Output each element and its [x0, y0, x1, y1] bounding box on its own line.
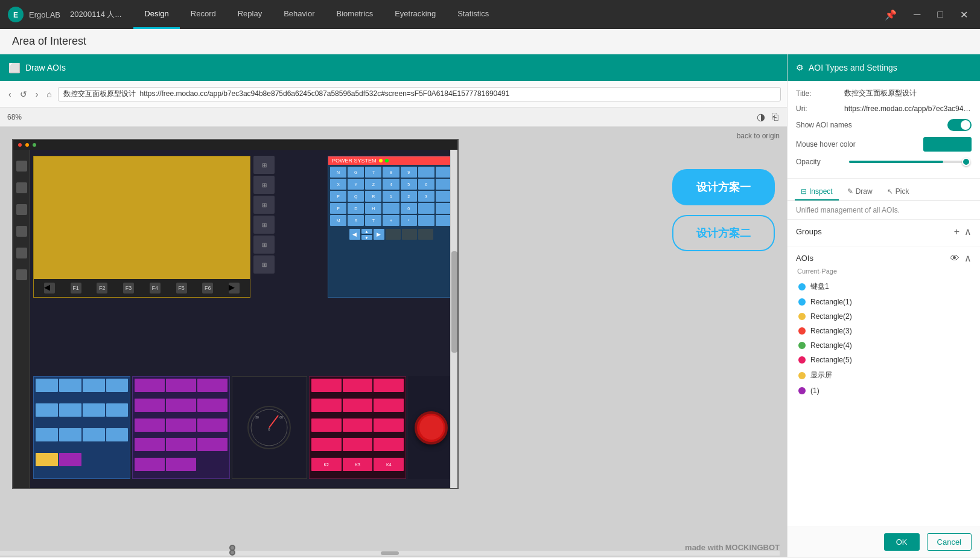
app-name: ErgoLAB [29, 10, 60, 19]
aois-header: AOIs 👁 ∧ [796, 252, 972, 264]
page-header: Area of Interest [0, 29, 980, 54]
settings-section: Title: 数控交互面板原型设计 Uri: https://free.moda… [788, 81, 980, 179]
forward-button[interactable]: › [33, 88, 41, 100]
list-item[interactable]: Rectangle(4) [796, 338, 972, 353]
tab-inspect-label: Inspect [809, 187, 833, 196]
design-btn-2[interactable]: 设计方案二 [672, 215, 775, 251]
bottom-keypads: 0 30 60 [33, 376, 454, 479]
tab-biometrics[interactable]: Biometrics [326, 0, 384, 29]
minimize-button[interactable]: ─ [909, 7, 925, 22]
sidebar-icon-2 [16, 182, 27, 193]
tab-pick-label: Pick [896, 187, 909, 196]
list-item[interactable]: 键盘1 [796, 278, 972, 295]
cancel-button[interactable]: Cancel [927, 533, 972, 551]
aoi-name: Rectangle(1) [810, 298, 969, 306]
contrast-icon[interactable]: ◑ [756, 110, 766, 124]
home-button[interactable]: ⌂ [44, 88, 54, 100]
canvas-tool-icons: ◑ ⎗ [756, 110, 780, 124]
aoi-dot [798, 283, 806, 290]
window-controls: 📌 ─ □ ✕ [880, 7, 973, 23]
aoi-name: Rectangle(3) [810, 327, 969, 335]
tab-inspect[interactable]: ⊟ Inspect [795, 184, 839, 200]
aoi-dot [798, 372, 806, 379]
h-scrollbar-thumb[interactable] [381, 551, 399, 555]
scroll-dot-bottom [229, 550, 235, 556]
list-item[interactable]: Rectangle(1) [796, 295, 972, 309]
design-btn-1[interactable]: 设计方案一 [672, 169, 775, 205]
share-icon[interactable]: ⎗ [771, 110, 780, 124]
list-item[interactable]: Rectangle(3) [796, 324, 972, 338]
left-panel: ⬜ Draw AOIs ‹ ↺ › ⌂ 68% ◑ ⎗ back to orig… [0, 54, 787, 557]
opacity-row: Opacity [796, 158, 972, 166]
add-group-button[interactable]: + [954, 226, 959, 237]
dot-green [33, 143, 36, 147]
list-item[interactable]: Rectangle(2) [796, 309, 972, 324]
right-panel: ⚙ AOI Types and Settings Title: 数控交互面板原型… [787, 54, 980, 557]
url-bar: ‹ ↺ › ⌂ [0, 81, 787, 107]
back-button[interactable]: ‹ [6, 88, 14, 100]
tab-design[interactable]: Design [133, 0, 179, 29]
prototype-frame: ◀ F1 F2 F3 F4 F5 F6 ▶ [12, 139, 459, 489]
groups-header: Groups + ∧ [796, 226, 972, 237]
tab-pick[interactable]: ↖ Pick [881, 184, 915, 200]
pink-keypad: K2 K3 K4 [309, 376, 406, 479]
mouse-hover-color-swatch[interactable] [923, 137, 972, 152]
tab-behavior[interactable]: Behavior [273, 0, 325, 29]
proto-top-bar [13, 140, 457, 150]
tab-statistics[interactable]: Statistics [447, 0, 500, 29]
inspect-desc: Unified management of all AOIs. [788, 201, 980, 220]
list-item[interactable]: Rectangle(5) [796, 353, 972, 367]
canvas-scrollbar[interactable] [450, 150, 457, 488]
opacity-slider-fill [849, 161, 943, 163]
sidebar-icon-6 [16, 269, 27, 280]
mouse-hover-color-label: Mouse hover color [796, 140, 856, 149]
tab-eyetracking[interactable]: Eyetracking [384, 0, 447, 29]
aoi-dot [798, 313, 806, 320]
uri-label: Uri: [796, 104, 844, 113]
keyboard-panel: POWER SYSTEM N G 7 8 [328, 156, 454, 298]
canvas-content[interactable]: back to origin [0, 127, 787, 557]
close-button[interactable]: ✕ [955, 7, 973, 23]
title-bar: E ErgoLAB 20200114 人... Design Record Re… [0, 0, 980, 29]
spacer [788, 404, 980, 527]
pin-button[interactable]: 📌 [880, 7, 902, 23]
ok-button[interactable]: OK [884, 533, 920, 551]
scrollbar-thumb[interactable] [451, 251, 457, 353]
title-label: Title: [796, 89, 844, 98]
right-panel-header: ⚙ AOI Types and Settings [788, 54, 980, 81]
page-title: Area of Interest [12, 35, 86, 47]
aoi-name: Rectangle(2) [810, 312, 969, 321]
show-aoi-names-toggle[interactable] [947, 119, 972, 131]
groups-actions: + ∧ [954, 226, 972, 237]
toggle-aois-visibility-button[interactable]: 👁 [950, 252, 959, 264]
opacity-slider[interactable] [849, 161, 967, 163]
tab-replay[interactable]: Replay [227, 0, 273, 29]
tab-draw[interactable]: ✎ Draw [841, 184, 879, 200]
groups-section: Groups + ∧ [788, 220, 980, 246]
purple-keypad [132, 376, 229, 479]
draw-icon: ✎ [847, 187, 853, 196]
display-screen: ◀ F1 F2 F3 F4 F5 F6 ▶ [33, 156, 250, 298]
refresh-button[interactable]: ↺ [18, 88, 30, 100]
aoi-dot [798, 356, 806, 364]
aoi-name: (1) [810, 386, 969, 395]
sidebar-icon-3 [16, 204, 27, 215]
list-item[interactable]: (1) [796, 383, 972, 398]
list-item[interactable]: 显示屏 [796, 367, 972, 383]
url-input[interactable] [58, 87, 781, 101]
collapse-groups-button[interactable]: ∧ [964, 226, 972, 237]
h-scrollbar[interactable] [0, 551, 780, 556]
back-to-origin[interactable]: back to origin [737, 132, 780, 140]
tab-record[interactable]: Record [180, 0, 227, 29]
maximize-button[interactable]: □ [932, 7, 948, 22]
collapse-aois-button[interactable]: ∧ [964, 252, 972, 264]
opacity-slider-thumb[interactable] [962, 158, 970, 166]
pick-icon: ↖ [887, 187, 893, 196]
fkey-left: ◀ [44, 283, 55, 293]
aoi-name: 键盘1 [810, 281, 969, 292]
current-page-label: Current-Page [796, 268, 972, 275]
bottom-buttons: OK Cancel [788, 527, 980, 557]
aoi-name: 显示屏 [810, 370, 969, 380]
groups-title: Groups [796, 227, 954, 236]
mouse-hover-color-row: Mouse hover color [796, 137, 972, 152]
